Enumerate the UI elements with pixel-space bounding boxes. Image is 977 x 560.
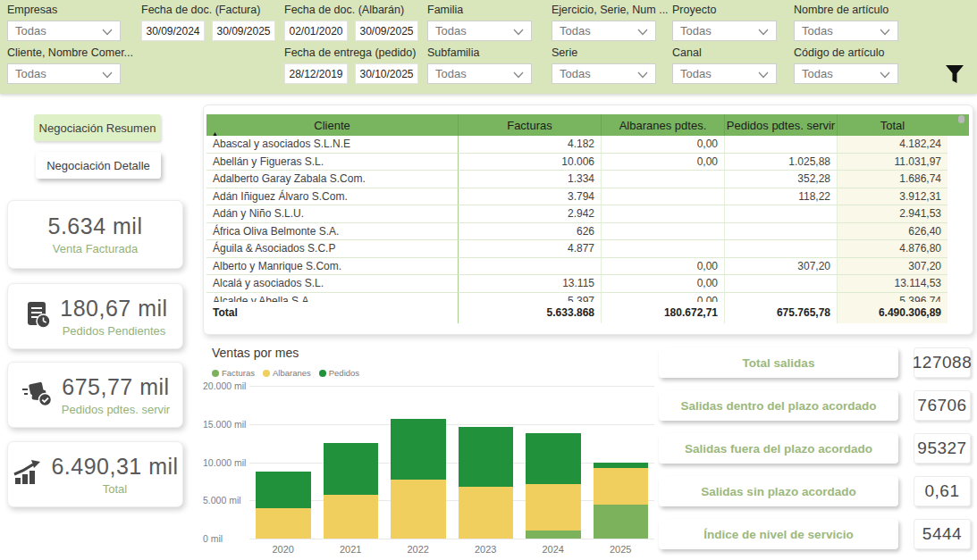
date-from-input[interactable]: 30/09/2024 bbox=[141, 21, 205, 41]
filter-label: Fecha de entrega (pedido) bbox=[284, 46, 418, 59]
salidas-kpi-label-button[interactable]: Total salidas bbox=[659, 347, 898, 378]
cell-facturas: 10.006 bbox=[459, 154, 602, 171]
empresas-dropdown[interactable]: Todas bbox=[7, 21, 121, 41]
bar-2020[interactable] bbox=[256, 472, 311, 539]
legend-item[interactable]: Albaranes bbox=[263, 368, 311, 378]
bar-2025[interactable] bbox=[594, 463, 649, 539]
total-total: 6.490.306,89 bbox=[838, 302, 948, 323]
date-to-input[interactable]: 30/09/2025 bbox=[212, 21, 275, 41]
table-row[interactable]: Alcalá y asociados S.L.13.1150,0013.114,… bbox=[206, 275, 969, 293]
proyecto-dropdown[interactable]: Todas bbox=[672, 21, 777, 41]
familia-dropdown[interactable]: Todas bbox=[427, 21, 532, 41]
total-albaranes: 180.672,71 bbox=[602, 302, 725, 323]
cell-facturas: 2.942 bbox=[459, 205, 602, 223]
legend-item[interactable]: Facturas bbox=[212, 368, 255, 378]
salidas-kpi-value: 76706 bbox=[914, 390, 971, 421]
date-from-input[interactable]: 02/01/2020 bbox=[284, 21, 348, 41]
table-row[interactable]: Abascal y asociados S.L.N.E4.1820,004.18… bbox=[206, 136, 969, 154]
cell-albaranes bbox=[602, 240, 725, 258]
table-row[interactable]: Alberto y Manrique S.Com.0,00307,20307,2… bbox=[206, 258, 969, 276]
cell-pedidos: 1.025,88 bbox=[725, 154, 838, 171]
date-from-input[interactable]: 28/12/2019 bbox=[284, 63, 348, 84]
dropdown-value: Todas bbox=[560, 24, 637, 38]
bar-2023[interactable] bbox=[459, 427, 514, 539]
column-header-facturas[interactable]: Facturas bbox=[459, 114, 602, 136]
canal-dropdown[interactable]: Todas bbox=[672, 63, 777, 84]
cell-facturas: 4.877 bbox=[459, 240, 602, 258]
salidas-kpi-label-button[interactable]: Salidas fuera del plazo acordado bbox=[659, 433, 898, 464]
kpi-card-venta-facturada: 5.634 mil Venta Facturada bbox=[7, 200, 183, 269]
table-row[interactable]: Alcalde y Abella S.A.5.3970,005.396,74 bbox=[206, 293, 969, 303]
column-header-total[interactable]: Total bbox=[838, 114, 948, 136]
table-row[interactable]: Abellán y Figueras S.L.10.0060,001.025,8… bbox=[206, 154, 969, 171]
filter-canal: Canal Todas bbox=[672, 46, 777, 84]
legend-item[interactable]: Pedidos bbox=[319, 368, 359, 378]
ejercicio-dropdown[interactable]: Todas bbox=[552, 21, 656, 41]
filter-label: Ejercicio, Serie, Num ... bbox=[552, 4, 656, 16]
date-to-input[interactable]: 30/09/2025 bbox=[355, 21, 418, 41]
salidas-kpi-label-button[interactable]: Salidas sin plazo acordado bbox=[659, 476, 898, 506]
subfamilia-dropdown[interactable]: Todas bbox=[427, 63, 532, 84]
serie-dropdown[interactable]: Todas bbox=[552, 63, 656, 84]
legend-label: Albaranes bbox=[273, 368, 311, 378]
column-header-pedidos-servir[interactable]: Pedidos pdtes. servir bbox=[725, 114, 838, 136]
kpi-label: Pedidos Pendientes bbox=[60, 324, 167, 338]
table-row[interactable]: Adalberto Garay Zabala S.Com.1.334352,28… bbox=[206, 171, 969, 188]
dropdown-value: Todas bbox=[560, 67, 637, 80]
column-header-cliente[interactable]: Cliente ▲ bbox=[206, 114, 459, 136]
chevron-down-icon bbox=[513, 66, 524, 82]
cell-albaranes: 0,00 bbox=[602, 136, 725, 154]
cell-albaranes bbox=[602, 223, 725, 241]
chevron-down-icon bbox=[758, 23, 769, 39]
bar-2022[interactable] bbox=[391, 419, 446, 539]
filter-subfamilia: Subfamilia Todas bbox=[427, 46, 532, 84]
legend-dot-icon bbox=[319, 370, 326, 377]
y-axis-label: 10.000 mil bbox=[203, 457, 244, 468]
kpi-value: 5.634 mil bbox=[48, 213, 143, 239]
filter-funnel-icon[interactable] bbox=[945, 64, 964, 86]
cell-total: 4.182,24 bbox=[838, 136, 948, 154]
cell-cliente: Alberto y Manrique S.Com. bbox=[206, 258, 459, 276]
bar-2021[interactable] bbox=[324, 443, 379, 539]
salidas-kpi-panel: Total salidas127088Salidas dentro del pl… bbox=[659, 347, 973, 560]
salidas-kpi-row: Total salidas127088 bbox=[659, 347, 973, 378]
nav-button-negociacion-detalle[interactable]: Negociación Detalle bbox=[36, 152, 161, 179]
bar-segment-albaranes bbox=[324, 495, 379, 539]
legend-dot-icon bbox=[263, 370, 270, 377]
cliente-dropdown[interactable]: Todas bbox=[7, 63, 121, 84]
bar-segment-pedidos bbox=[459, 427, 514, 487]
cell-facturas bbox=[459, 258, 602, 276]
date-to-input[interactable]: 30/10/2025 bbox=[355, 63, 418, 84]
filter-label: Familia bbox=[427, 4, 532, 16]
table-row[interactable]: Adán y Niño S.L.U.2.9422.941,53 bbox=[206, 205, 969, 223]
bar-2024[interactable] bbox=[526, 433, 581, 539]
cell-pedidos bbox=[725, 275, 838, 293]
table-row[interactable]: África Oliva Belmonte S.A.626626,40 bbox=[206, 223, 969, 241]
filter-serie: Serie Todas bbox=[552, 46, 656, 84]
cell-pedidos bbox=[725, 293, 838, 303]
cell-facturas: 3.794 bbox=[459, 188, 602, 206]
salidas-kpi-label-button[interactable]: Salidas dentro del plazo acordado bbox=[659, 390, 898, 421]
nav-button-negociacion-resumen[interactable]: Negociación Resumen bbox=[34, 114, 161, 141]
trending-chart-icon bbox=[12, 458, 44, 490]
salidas-kpi-label-button[interactable]: Índice de nivel de servicio bbox=[659, 519, 898, 549]
column-header-albaranes[interactable]: Albaranes pdtes. bbox=[602, 114, 725, 136]
filter-label: Empresas bbox=[7, 4, 121, 16]
nombre-articulo-dropdown[interactable]: Todas bbox=[794, 21, 898, 41]
filter-label: Fecha de doc. (Factura) bbox=[141, 4, 275, 16]
bar-segment-facturas bbox=[594, 505, 649, 539]
chevron-down-icon bbox=[880, 66, 890, 82]
chevron-down-icon bbox=[637, 66, 648, 82]
cell-cliente: Adán y Niño S.L.U. bbox=[206, 205, 459, 223]
table-scrollbar[interactable] bbox=[958, 115, 964, 123]
cell-cliente: Águila & Asociados S.C.P bbox=[206, 240, 459, 258]
filter-fecha-albaran: Fecha de doc. (Albarán) 02/01/2020 30/09… bbox=[284, 4, 418, 41]
sort-ascending-icon: ▲ bbox=[212, 130, 218, 137]
gridline bbox=[249, 386, 654, 387]
filter-label: Código de artículo bbox=[794, 46, 898, 59]
filter-fecha-factura: Fecha de doc. (Factura) 30/09/2024 30/09… bbox=[141, 4, 275, 41]
cell-facturas: 5.397 bbox=[459, 293, 602, 303]
table-row[interactable]: Adán Iñiguez Álvaro S.Com.3.794118,223.9… bbox=[206, 188, 969, 206]
codigo-articulo-dropdown[interactable]: Todas bbox=[794, 63, 898, 84]
table-row[interactable]: Águila & Asociados S.C.P4.8774.876,80 bbox=[206, 240, 969, 258]
